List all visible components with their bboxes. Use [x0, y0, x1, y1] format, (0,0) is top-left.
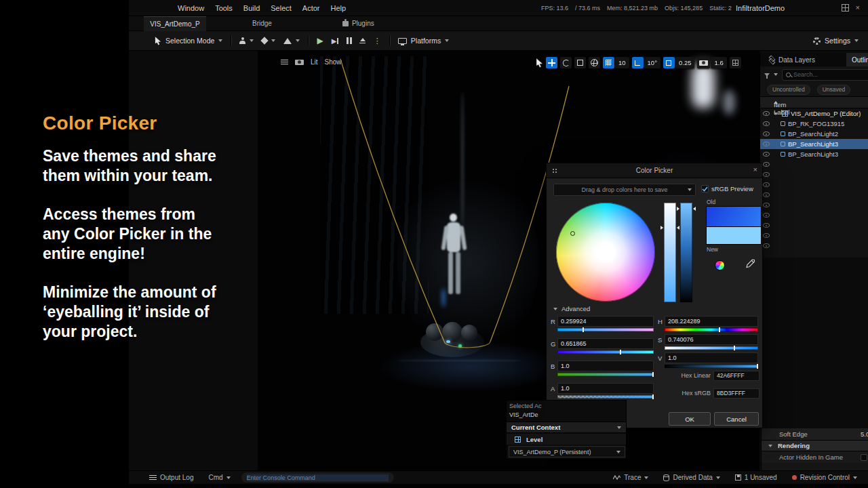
table-row[interactable]: StaticMeshAct [760, 230, 868, 241]
old-color-swatch[interactable] [706, 206, 762, 226]
visibility-eye-icon[interactable] [763, 233, 770, 238]
visibility-eye-icon[interactable] [763, 121, 770, 126]
table-row[interactable]: StaticMeshAct [760, 220, 868, 230]
camera-speed-value[interactable]: 1.6 [711, 57, 726, 68]
channel-g-value[interactable]: 0.651865 [557, 338, 654, 349]
pause-button[interactable] [347, 37, 352, 44]
table-row[interactable]: Edit BP_SearchLi [760, 180, 868, 190]
visibility-eye-icon[interactable] [763, 223, 770, 228]
table-row[interactable]: Edit BP_SearchLi [760, 200, 868, 210]
play-options-kebab-icon[interactable]: ⋮ [374, 37, 381, 45]
world-space-button[interactable] [589, 57, 600, 68]
trace-dropdown[interactable]: Trace [613, 474, 648, 481]
table-row[interactable]: BP_SearchLight2 Edit BP_SearchLi [760, 129, 868, 139]
soft-edge-value[interactable]: 5.0 [861, 430, 868, 438]
frame-skip-button[interactable]: ▶ [332, 37, 339, 45]
current-context-header[interactable]: Current Context [507, 422, 626, 433]
table-row[interactable]: Edit BP_SearchLi [760, 159, 868, 169]
channel-b-value[interactable]: 1.0 [557, 361, 654, 371]
scale-snap-toggle[interactable] [663, 57, 675, 68]
advanced-expander[interactable]: Advanced [553, 305, 590, 312]
revision-control-dropdown[interactable]: Revision Control [792, 474, 857, 481]
camera-speed-button[interactable] [697, 57, 710, 68]
table-row[interactable]: Edit BP_SearchLi [760, 190, 868, 200]
close-dialog-icon[interactable]: × [753, 165, 757, 174]
channel-v-slider[interactable] [665, 365, 758, 368]
landscape-dropdown[interactable] [283, 38, 300, 44]
channel-s-slider[interactable] [665, 346, 758, 350]
perspective-camera-icon[interactable] [295, 60, 304, 65]
table-row-selected[interactable]: BP_SearchLight3 Edit BP_SearchLi [760, 139, 868, 149]
level-row[interactable]: Level [507, 434, 626, 445]
blueprints-dropdown[interactable] [262, 38, 275, 43]
unsaved-button[interactable]: 1 Unsaved [735, 474, 777, 481]
move-tool-button[interactable] [546, 57, 557, 68]
expander-icon[interactable] [774, 113, 778, 115]
cmd-dropdown[interactable]: Cmd [208, 474, 230, 481]
scale-tool-button[interactable] [574, 57, 586, 68]
layout-grid-icon[interactable] [842, 4, 849, 12]
rotation-snap-value[interactable]: 10° [644, 57, 660, 68]
ok-button[interactable]: OK [669, 412, 711, 426]
table-row[interactable]: Edit BP_SearchLi [760, 169, 868, 180]
visibility-eye-icon[interactable] [763, 162, 770, 167]
visibility-eye-icon[interactable] [763, 172, 770, 177]
theme-drop-zone-dropdown[interactable]: Drag & drop colors here to save [553, 184, 696, 196]
console-command-box[interactable] [241, 472, 394, 483]
scale-snap-value[interactable]: 0.25 [675, 57, 695, 68]
console-input[interactable] [247, 474, 389, 481]
visibility-eye-icon[interactable] [763, 131, 770, 136]
srgb-checkbox[interactable] [701, 185, 709, 192]
output-log-button[interactable]: Output Log [149, 474, 193, 481]
visibility-eye-icon[interactable] [763, 111, 770, 116]
color-wheel[interactable] [556, 203, 655, 302]
visibility-eye-icon[interactable] [763, 203, 770, 207]
rotation-snap-toggle[interactable] [632, 57, 644, 68]
visibility-eye-icon[interactable] [763, 243, 770, 248]
tab-data-layers[interactable]: Data Layers [763, 53, 821, 66]
channel-h-value[interactable]: 208.224289 [665, 316, 758, 327]
value-slider[interactable] [680, 203, 692, 302]
filter-funnel-icon[interactable] [764, 73, 770, 77]
color-wheel-marker[interactable] [570, 231, 575, 236]
search-input[interactable] [793, 71, 868, 78]
visibility-eye-icon[interactable] [763, 192, 770, 197]
show-dropdown[interactable]: Show [325, 58, 342, 66]
menu-help[interactable]: Help [326, 0, 352, 16]
eject-button[interactable] [360, 38, 366, 41]
visibility-eye-icon[interactable] [763, 142, 770, 146]
selection-mode-dropdown[interactable]: Selection Mode [155, 37, 222, 45]
level-dropdown[interactable]: VIS_ArtDemo_P (Persistent) [509, 446, 625, 458]
rotate-tool-button[interactable] [560, 57, 572, 68]
grid-snap-toggle[interactable] [603, 57, 614, 68]
maximize-viewport-button[interactable] [730, 57, 741, 68]
outliner-search-box[interactable] [782, 69, 868, 81]
menu-build[interactable]: Build [238, 0, 265, 16]
platforms-dropdown[interactable]: Platforms [398, 37, 449, 45]
grid-snap-value[interactable]: 10 [615, 57, 629, 68]
plugins-button[interactable]: Plugins [342, 20, 374, 27]
table-row[interactable]: BP_RK_FOG13915 Edit BP_FogSt [760, 119, 868, 129]
saturation-slider[interactable] [664, 203, 676, 302]
settings-dropdown[interactable]: Settings [813, 37, 859, 45]
close-window-icon[interactable]: × [856, 3, 860, 12]
color-themes-icon[interactable] [715, 260, 725, 270]
channel-h-slider[interactable] [665, 328, 758, 331]
cancel-button[interactable]: Cancel [714, 412, 759, 426]
add-actor-dropdown[interactable] [239, 37, 254, 44]
hex-linear-input[interactable]: 42A6FFFF [713, 371, 760, 381]
rendering-section-header[interactable]: Rendering [762, 440, 868, 451]
visibility-eye-icon[interactable] [763, 182, 770, 187]
channel-r-value[interactable]: 0.259924 [557, 316, 654, 327]
table-row[interactable]: VIS_ArtDemo_P (Editor) [760, 108, 868, 119]
lit-mode-dropdown[interactable]: Lit [311, 58, 318, 66]
channel-a-value[interactable]: 1.0 [557, 383, 654, 394]
menu-select[interactable]: Select [265, 0, 297, 16]
channel-a-slider[interactable] [557, 395, 654, 399]
soft-edge-row[interactable]: Soft Edge 5.0 [762, 428, 868, 440]
channel-r-slider[interactable] [557, 328, 654, 331]
hex-srgb-input[interactable]: 8BD3FFFF [713, 388, 760, 399]
menu-window[interactable]: Window [172, 0, 210, 16]
derived-data-dropdown[interactable]: Derived Data [663, 474, 719, 481]
bridge-button[interactable]: Bridge [252, 20, 272, 27]
